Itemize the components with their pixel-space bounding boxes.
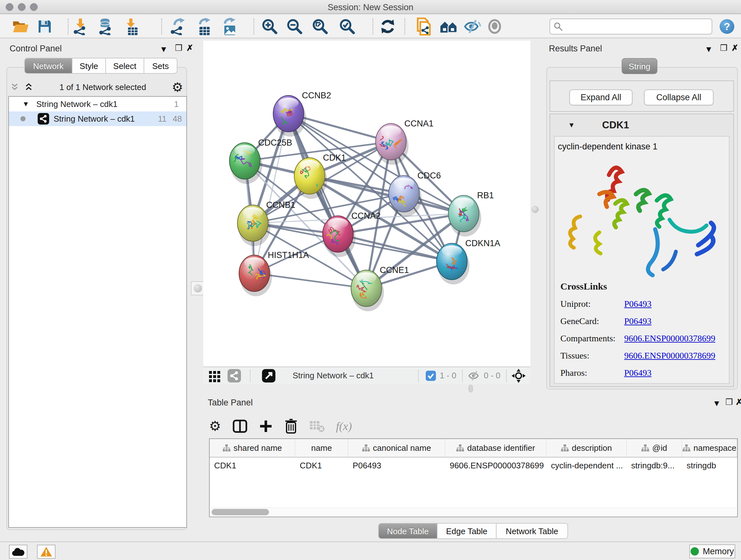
export-network-icon[interactable]	[169, 17, 188, 36]
network-tree: ▼ String Network – cdk1 1 String Network…	[8, 96, 187, 528]
status-bar: Memory	[0, 542, 741, 560]
tab-network[interactable]: Network	[24, 58, 72, 74]
node-table: shared namenamecanonical namedatabase id…	[209, 438, 738, 517]
tree-expander-icon[interactable]: ▼	[22, 100, 29, 108]
expand-all-icon[interactable]	[24, 83, 34, 91]
share-document-icon[interactable]	[414, 17, 433, 36]
horizontal-scrollbar[interactable]	[210, 508, 737, 516]
panel-menu-icon[interactable]: ▼	[159, 44, 168, 54]
delete-table-icon[interactable]	[309, 420, 325, 433]
open-folder-icon[interactable]	[11, 17, 30, 36]
collapse-all-button[interactable]: Collapse All	[644, 89, 714, 105]
function-builder-icon[interactable]: f(x)	[336, 420, 352, 433]
table-settings-gear-icon[interactable]: ⚙	[209, 420, 221, 433]
export-image-icon[interactable]	[219, 17, 239, 36]
column-header-name[interactable]: name	[295, 439, 348, 457]
column-header-id[interactable]: @id	[627, 439, 682, 457]
panel-float-icon[interactable]: ❒	[175, 43, 182, 53]
home-network-icon[interactable]	[439, 17, 458, 36]
network-view-icon[interactable]	[227, 369, 241, 382]
import-database-icon[interactable]	[96, 17, 115, 36]
entry-expander-icon[interactable]: ▼	[568, 121, 575, 129]
table-row[interactable]: CDK1CDK1P064939606.ENSP00000378699cyclin…	[210, 457, 737, 474]
add-column-icon[interactable]	[259, 419, 273, 433]
selected-checkbox-icon[interactable]	[426, 371, 436, 381]
network-node-RB1[interactable]	[448, 195, 481, 237]
splitter-handle[interactable]	[532, 206, 539, 213]
result-entry-header[interactable]: ▼ CDK1	[550, 114, 733, 136]
refresh-icon[interactable]	[378, 17, 397, 36]
hide-selection-icon[interactable]	[463, 17, 482, 36]
column-header-namespace[interactable]: namespace	[682, 439, 737, 457]
panel-float-icon[interactable]: ❒	[720, 43, 727, 53]
scrollbar-thumb[interactable]	[212, 509, 269, 515]
crosslinks-rows: Uniprot:P06493GeneCard:P06493Compartment…	[560, 299, 715, 378]
crosslink-row: Tissues:9606.ENSP00000378699	[560, 351, 715, 361]
search-field[interactable]	[549, 18, 712, 35]
tab-node-table[interactable]: Node Table	[378, 523, 437, 539]
search-input[interactable]	[563, 22, 703, 32]
crosslink-value[interactable]: P06493	[624, 299, 652, 309]
network-node-CCNE1[interactable]	[351, 270, 384, 311]
delete-column-icon[interactable]	[284, 419, 298, 434]
expand-all-button[interactable]: Expand All	[569, 89, 632, 105]
crosslink-value[interactable]: P06493	[624, 368, 652, 378]
panel-float-icon[interactable]: ❒	[725, 397, 733, 407]
tab-edge-table[interactable]: Edge Table	[437, 523, 496, 539]
network-node-CCNB2[interactable]	[273, 96, 306, 137]
network-options-gear-icon[interactable]: ⚙	[172, 81, 183, 94]
show-columns-icon[interactable]	[232, 419, 247, 434]
panel-close-icon[interactable]: ✗	[731, 43, 738, 53]
table-cell: stringdb	[682, 457, 737, 474]
network-node-CCNA2[interactable]	[323, 216, 355, 257]
help-icon[interactable]: ?	[718, 17, 737, 36]
collapse-all-icon[interactable]	[10, 83, 20, 91]
column-header-description[interactable]: description	[546, 439, 626, 457]
import-network-icon[interactable]	[71, 17, 90, 36]
network-node-CDC6[interactable]	[389, 176, 424, 217]
export-table-icon[interactable]	[194, 17, 213, 36]
splitter-handle[interactable]	[191, 281, 205, 295]
tab-sets[interactable]: Sets	[144, 58, 178, 74]
network-node-HIST1H1A[interactable]	[239, 255, 272, 296]
tab-network-table[interactable]: Network Table	[496, 523, 568, 539]
grid-view-icon[interactable]	[208, 369, 222, 382]
birdseye-navigator-icon[interactable]	[511, 368, 526, 383]
cloud-status-button[interactable]	[9, 545, 27, 559]
panel-close-icon[interactable]: ✗	[186, 43, 193, 53]
zoom-selected-icon[interactable]	[338, 17, 357, 36]
crosslink-row: Pharos:P06493	[560, 368, 715, 378]
crosslink-value[interactable]: 9606.ENSP00000378699	[624, 333, 715, 344]
zoom-in-icon[interactable]	[260, 17, 279, 36]
network-collection-row[interactable]: ▼ String Network – cdk1 1	[9, 97, 186, 111]
column-header-canonicalname[interactable]: canonical name	[348, 439, 445, 457]
network-canvas[interactable]: CCNB2CCNA1CDC25BCDK1CDC6RB1CCNB1CCNA2CDK…	[203, 41, 530, 367]
network-list-header: 1 of 1 Network selected ⚙	[10, 78, 183, 96]
panel-close-icon[interactable]: ✗	[736, 397, 741, 407]
detach-view-icon[interactable]	[262, 369, 275, 382]
show-selection-icon[interactable]	[485, 17, 504, 36]
network-node-CDKN1A[interactable]	[436, 243, 469, 285]
search-icon	[553, 22, 563, 31]
column-header-sharedname[interactable]: shared name	[210, 439, 295, 457]
column-header-databaseidentifier[interactable]: database identifier	[445, 439, 546, 457]
save-icon[interactable]	[35, 17, 54, 36]
tab-style[interactable]: Style	[72, 58, 106, 74]
hidden-eye-icon[interactable]	[468, 370, 481, 381]
crosslink-value[interactable]: 9606.ENSP00000378699	[624, 351, 715, 361]
tab-string[interactable]: String	[622, 58, 657, 74]
node-label-CDK1: CDK1	[323, 153, 346, 163]
network-row[interactable]: String Network – cdk1 11 48	[9, 111, 186, 126]
panel-menu-icon[interactable]: ▼	[713, 398, 721, 408]
tab-select[interactable]: Select	[106, 58, 144, 74]
splitter-handle[interactable]	[468, 385, 473, 392]
zoom-out-icon[interactable]	[285, 17, 304, 36]
panel-menu-icon[interactable]: ▼	[704, 44, 713, 54]
result-entry: ▼ CDK1 cyclin-dependent kinase 1	[549, 114, 734, 387]
warnings-button[interactable]	[37, 545, 56, 559]
zoom-fit-icon[interactable]	[311, 17, 330, 36]
crosslink-value[interactable]: P06493	[624, 316, 652, 326]
network-type-icon	[38, 113, 49, 125]
import-table-icon[interactable]	[121, 17, 140, 36]
memory-button[interactable]: Memory	[689, 544, 735, 558]
